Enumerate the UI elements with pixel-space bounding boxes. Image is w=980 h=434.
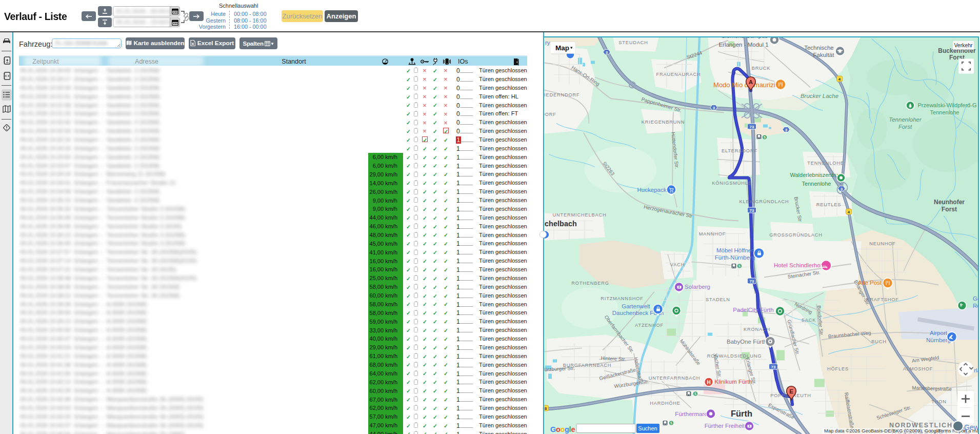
svg-text:e: e — [571, 425, 575, 433]
svg-text:Gewe: Gewe — [964, 423, 978, 431]
svg-text:ALMOSHOF: ALMOSHOF — [903, 366, 933, 371]
svg-text:ATZENHOF: ATZENHOF — [635, 322, 664, 327]
svg-text:Neunhofer: Neunhofer — [934, 198, 965, 205]
svg-text:BUCH: BUCH — [871, 339, 887, 344]
svg-text:Forst: Forst — [898, 123, 912, 129]
svg-text:RITZMANNSHOF: RITZMANNSHOF — [601, 295, 643, 301]
svg-text:DORF: DORF — [544, 111, 556, 116]
svg-text:Huckepack: Huckepack — [637, 186, 667, 192]
svg-text:73: 73 — [750, 279, 754, 283]
svg-text:Solarberg: Solarberg — [685, 283, 710, 289]
svg-text:4: 4 — [838, 76, 841, 81]
svg-text:KRONACH: KRONACH — [744, 326, 770, 331]
svg-text:A: A — [749, 78, 753, 85]
svg-text:MANNHOF: MANNHOF — [699, 231, 726, 236]
svg-text:Hotel Schindlerhof: Hotel Schindlerhof — [774, 262, 823, 268]
svg-text:G: G — [550, 425, 556, 433]
svg-text:UNTERMICHELBACH: UNTERMICHELBACH — [553, 212, 607, 217]
svg-text:Tennenloher: Tennenloher — [889, 116, 922, 122]
svg-text:NEUNHOF: NEUNHOF — [869, 241, 896, 246]
svg-text:3: 3 — [841, 186, 843, 191]
svg-text:Fürthermare: Fürthermare — [675, 410, 707, 417]
svg-text:4: 4 — [848, 209, 850, 214]
svg-text:Fürther Freiheit: Fürther Freiheit — [705, 422, 745, 428]
svg-text:Gartenwelt: Gartenwelt — [622, 303, 650, 309]
svg-text:BRUCK: BRUCK — [752, 65, 771, 70]
svg-text:UNTERFARRNBACH: UNTERFARRNBACH — [649, 375, 701, 380]
svg-text:Technische: Technische — [804, 44, 834, 50]
svg-text:KRIEGENBRUNN: KRIEGENBRUNN — [642, 119, 685, 124]
svg-text:GROSSGRÜNDLACH: GROSSGRÜNDLACH — [769, 232, 823, 237]
svg-text:KÖNIGSMÜHLE: KÖNIGSMÜHLE — [712, 180, 752, 185]
svg-text:Golf: Golf — [973, 295, 978, 301]
svg-text:Map: Map — [555, 44, 569, 51]
svg-text:michelbach: michelbach — [544, 219, 577, 227]
svg-text:Fakultät: Fakultät — [813, 51, 835, 57]
svg-text:S: S — [764, 135, 766, 139]
svg-text:STEUDACH: STEUDACH — [618, 40, 648, 45]
svg-text:REUTLES: REUTLES — [816, 202, 841, 207]
svg-text:Fürth: Fürth — [731, 408, 752, 418]
svg-text:Forst: Forst — [942, 205, 957, 212]
svg-text:FRAUENAURACH: FRAUENAURACH — [656, 71, 701, 76]
svg-text:S: S — [738, 264, 741, 267]
svg-text:3: 3 — [785, 127, 788, 132]
svg-text:TENNENLOHE: TENNENLOHE — [807, 160, 844, 165]
svg-text:H: H — [707, 379, 710, 385]
svg-text:Siemens Campus: Siemens Campus — [722, 37, 768, 39]
svg-text:rla: rla — [974, 367, 978, 373]
svg-text:Fürth-Nürnberg: Fürth-Nürnberg — [715, 254, 755, 260]
svg-text:PadelCity Fürth: PadelCity Fürth — [733, 306, 773, 312]
svg-text:ELTERSDORF: ELTERSDORF — [722, 148, 757, 153]
svg-text:Verkehr: Verkehr — [954, 42, 973, 48]
svg-text:Przewalski-Wildpferd-G: Przewalski-Wildpferd-G — [918, 102, 977, 108]
svg-text:Reic: Reic — [973, 302, 978, 308]
svg-text:Walderlebniszentrum: Walderlebniszentrum — [790, 171, 843, 177]
svg-text:Map data ©2026 GeoBasis-DE/BKG: Map data ©2026 GeoBasis-DE/BKG (©2009), … — [824, 428, 940, 433]
svg-text:VACH: VACH — [670, 262, 685, 267]
svg-text:Tennenlohe: Tennenlohe — [802, 180, 831, 186]
svg-text:Möbel Höffner: Möbel Höffner — [716, 247, 753, 253]
svg-text:3: 3 — [606, 50, 608, 54]
svg-text:KRAFTSHOF: KRAFTSHOF — [866, 297, 899, 302]
svg-text:Brucker Lache: Brucker Lache — [801, 92, 838, 98]
svg-text:Alte Post: Alte Post — [858, 279, 882, 285]
svg-text:BabyOne Fürth: BabyOne Fürth — [727, 338, 767, 344]
svg-text:Airport: Airport — [930, 329, 948, 336]
svg-text:Tennenlohe: Tennenlohe — [930, 109, 959, 115]
svg-text:73: 73 — [750, 124, 754, 129]
svg-text:Suchen: Suchen — [638, 425, 657, 431]
svg-text:ry: ry — [545, 39, 550, 45]
svg-text:S: S — [694, 391, 697, 395]
svg-text:HÖFLES: HÖFLES — [827, 366, 849, 371]
svg-text:Erlangen - Modul 1: Erlangen - Modul 1 — [718, 41, 768, 47]
svg-text:Klinikum Fürth: Klinikum Fürth — [714, 378, 752, 384]
svg-text:STADELN: STADELN — [706, 297, 730, 302]
svg-text:THON: THON — [931, 399, 947, 404]
svg-text:NIEDERNDORF: NIEDERNDORF — [544, 92, 579, 97]
svg-text:73: 73 — [750, 208, 754, 212]
svg-text:S: S — [670, 421, 673, 424]
svg-text:E: E — [789, 388, 793, 394]
svg-text:Terms: Terms — [938, 428, 951, 433]
svg-text:ROTHENBERG: ROTHENBERG — [571, 280, 609, 285]
svg-text:SACK: SACK — [802, 317, 816, 322]
svg-text:3: 3 — [713, 105, 715, 110]
svg-text:8: 8 — [545, 406, 547, 410]
svg-text:KLEINGRÜNDLACH: KLEINGRÜNDLACH — [739, 199, 789, 204]
svg-text:73: 73 — [771, 364, 776, 369]
svg-text:HARDHÖHE: HARDHÖHE — [650, 400, 681, 405]
